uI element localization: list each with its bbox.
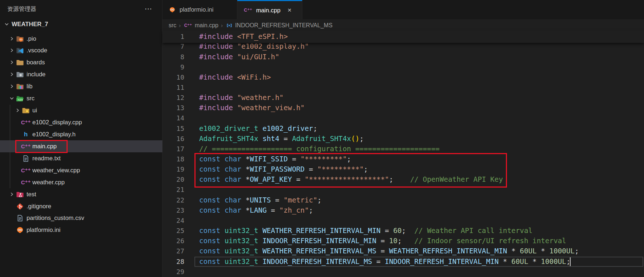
- code-line-21[interactable]: 21: [162, 185, 644, 195]
- sticky-scroll-line[interactable]: 1#include <TFT_eSPI.h>: [162, 31, 644, 43]
- tree-item-label: partitions_custom.csv: [27, 214, 84, 221]
- chevron-right-icon[interactable]: [14, 107, 21, 114]
- code-editor[interactable]: 7#include "e1002_display.h"8#include "ui…: [162, 0, 644, 277]
- code-line-13[interactable]: 13#include "weather_view.h": [162, 103, 644, 113]
- tree-item-label: lib: [27, 83, 33, 90]
- tree-item-e1002-display-cpp[interactable]: C⁺⁺e1002_display.cpp: [0, 116, 162, 128]
- chevron-right-icon[interactable]: [8, 71, 15, 78]
- line-number: 1: [162, 31, 184, 43]
- tree-item-label: .gitignore: [27, 203, 51, 210]
- chevron-spacer: [14, 131, 21, 138]
- tree-item--gitignore[interactable]: .gitignore: [0, 200, 162, 212]
- tree-item-boards[interactable]: boards: [0, 56, 162, 68]
- tree-item-weather-cpp[interactable]: C⁺⁺weather.cpp: [0, 176, 162, 188]
- line-number: 22: [162, 195, 184, 205]
- doc-icon: [15, 214, 25, 222]
- git-icon: [15, 202, 25, 210]
- line-number: 17: [162, 144, 184, 154]
- pio-folder-icon: [15, 35, 25, 43]
- code-line-15[interactable]: 15e1002_driver_t e1002_driver;: [162, 124, 644, 134]
- editor-area: platformio.iniC⁺⁺main.cpp✕ src›C⁺⁺main.c…: [162, 0, 644, 277]
- code-text: #include "weather_view.h": [199, 103, 305, 113]
- line-number: 13: [162, 103, 184, 113]
- code-line-18[interactable]: 18const char *WIFI_SSID = "*********";: [162, 154, 644, 164]
- code-line-17[interactable]: 17// =================== configuration =…: [162, 144, 644, 154]
- tree-item-test[interactable]: test: [0, 188, 162, 200]
- tree-item-partitions-custom-csv[interactable]: partitions_custom.csv: [0, 212, 162, 224]
- line-number: 24: [162, 216, 184, 226]
- cpp-icon: C⁺⁺: [21, 166, 31, 174]
- tree-item-lib[interactable]: lib: [0, 80, 162, 92]
- code-line-25[interactable]: 25const uint32_t WEATHER_REFRESH_INTERVA…: [162, 226, 644, 236]
- code-line-27[interactable]: 27const uint32_t WEATHER_REFRESH_INTERVA…: [162, 246, 644, 256]
- tree-item-weather-view-cpp[interactable]: C⁺⁺weather_view.cpp: [0, 164, 162, 176]
- chevron-right-icon[interactable]: [8, 35, 15, 43]
- chevron-right-icon[interactable]: [8, 191, 15, 198]
- tree-item-label: readme.txt: [32, 155, 61, 162]
- more-actions-icon[interactable]: ⋯: [145, 4, 153, 13]
- chevron-down-icon[interactable]: [8, 95, 15, 102]
- line-number: 29: [162, 267, 184, 277]
- explorer-title: 资源管理器: [7, 5, 36, 13]
- line-number: 10: [162, 72, 184, 83]
- code-line-19[interactable]: 19const char *WIFI_PASSWORD = "*********…: [162, 164, 644, 174]
- code-line-8[interactable]: 8#include "ui/GUI.h": [162, 52, 644, 62]
- code-line-23[interactable]: 23const char *LANG = "zh_cn";: [162, 205, 644, 216]
- chevron-right-icon[interactable]: [8, 83, 15, 90]
- line-number: 16: [162, 134, 184, 144]
- line-number: 26: [162, 236, 184, 246]
- text-cursor: [570, 257, 571, 266]
- tree-item--pio[interactable]: .pio: [0, 33, 162, 45]
- line-number: 14: [162, 113, 184, 123]
- code-line-14[interactable]: 14: [162, 113, 644, 123]
- code-text: #include <WiFi.h>: [199, 72, 271, 83]
- code-line-26[interactable]: 26const uint32_t INDOOR_REFRESH_INTERVAL…: [162, 236, 644, 246]
- chevron-down-icon: [3, 21, 10, 28]
- tree-item-platformio-ini[interactable]: platformio.ini: [0, 224, 162, 236]
- chevron-spacer: [14, 179, 21, 186]
- tree-item-label: test: [27, 191, 36, 198]
- tree-item-ui[interactable]: ui: [0, 104, 162, 116]
- line-number: 19: [162, 164, 184, 174]
- code-line-22[interactable]: 22const char *UNITS = "metric";: [162, 195, 644, 205]
- code-text: #include <TFT_eSPI.h>: [199, 31, 288, 43]
- line-number: 12: [162, 93, 184, 103]
- tree-item-label: weather_view.cpp: [32, 167, 80, 174]
- tree-item-readme-txt[interactable]: readme.txt: [0, 152, 162, 164]
- pio-icon: [15, 226, 25, 234]
- tree-item-label: .vscode: [27, 47, 47, 54]
- line-number: 27: [162, 246, 184, 256]
- code-line-29[interactable]: 29: [162, 267, 644, 277]
- code-line-16[interactable]: 16Adafruit_SHT4x sht4 = Adafruit_SHT4x()…: [162, 134, 644, 144]
- tree-item-include[interactable]: include: [0, 68, 162, 80]
- code-line-11[interactable]: 11: [162, 83, 644, 93]
- code-text: const uint32_t WEATHER_REFRESH_INTERVAL_…: [199, 246, 579, 256]
- tree-item--vscode[interactable]: .vscode: [0, 44, 162, 56]
- project-root-row[interactable]: WEATHER_7: [0, 18, 162, 30]
- line-number: 20: [162, 174, 184, 185]
- ui-folder-icon: [21, 107, 31, 115]
- tree-item-main-cpp[interactable]: C⁺⁺main.cpp: [0, 140, 162, 152]
- code-text: const uint32_t INDOOR_REFRESH_INTERVAL_M…: [199, 236, 566, 246]
- chevron-right-icon[interactable]: [8, 59, 15, 66]
- chevron-spacer: [8, 226, 15, 234]
- chevron-spacer: [14, 155, 21, 162]
- tree-item-src[interactable]: </>src: [0, 92, 162, 104]
- line-number: 23: [162, 205, 184, 216]
- code-line-20[interactable]: 20const char *OW_API_KEY = "************…: [162, 174, 644, 185]
- code-line-12[interactable]: 12#include "weather.h": [162, 93, 644, 103]
- tree-item-e1002-display-h[interactable]: he1002_display.h: [0, 128, 162, 140]
- chevron-right-icon[interactable]: [8, 47, 15, 54]
- code-line-7[interactable]: 7#include "e1002_display.h": [162, 41, 644, 52]
- code-line-24[interactable]: 24: [162, 216, 644, 226]
- h-icon: h: [21, 131, 31, 138]
- cpp-icon: C⁺⁺: [21, 178, 31, 186]
- tree-item-label: include: [27, 71, 45, 78]
- code-text: #include "weather.h": [199, 93, 283, 103]
- code-line-10[interactable]: 10#include <WiFi.h>: [162, 72, 644, 83]
- indent-guide: [10, 105, 10, 188]
- test-folder-icon: [15, 190, 25, 198]
- cpp-icon: C⁺⁺: [21, 119, 31, 127]
- tree-item-label: e1002_display.h: [32, 131, 76, 138]
- code-line-9[interactable]: 9: [162, 62, 644, 72]
